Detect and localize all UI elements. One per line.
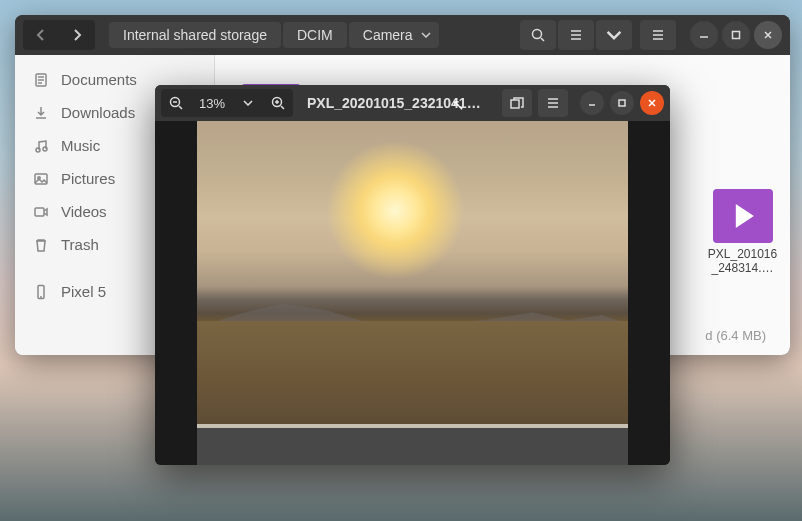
trash-icon (33, 237, 49, 253)
nav-buttons (23, 20, 95, 50)
gallery-button[interactable] (502, 89, 532, 117)
hamburger-menu-button[interactable] (640, 20, 676, 50)
file-name: PXL_201016_248314.… (705, 247, 780, 276)
pictures-icon (33, 171, 49, 187)
sidebar-item-label: Videos (61, 203, 107, 220)
close-button[interactable] (640, 91, 664, 115)
svg-point-0 (533, 30, 542, 39)
sidebar-item-label: Music (61, 137, 100, 154)
music-icon (33, 138, 49, 154)
phone-icon (33, 284, 49, 300)
chevron-down-icon (421, 32, 431, 38)
breadcrumb-segment[interactable]: Internal shared storage (109, 22, 281, 48)
sidebar-item-label: Pictures (61, 170, 115, 187)
sidebar-item-label: Trash (61, 236, 99, 253)
search-button[interactable] (520, 20, 556, 50)
svg-point-4 (43, 147, 47, 151)
video-file-icon (713, 189, 773, 243)
minimize-button[interactable] (580, 91, 604, 115)
back-button[interactable] (23, 20, 59, 50)
breadcrumb: Internal shared storage DCIM Camera (109, 22, 516, 48)
maximize-button[interactable] (610, 91, 634, 115)
image-viewer-title: PXL_20201015_23210410… (299, 95, 496, 111)
downloads-icon (33, 105, 49, 121)
file-manager-headerbar: Internal shared storage DCIM Camera (15, 15, 790, 55)
image-viewer-window: 13% PXL_20201015_23210410… (155, 85, 670, 465)
breadcrumb-segment[interactable]: DCIM (283, 22, 347, 48)
svg-rect-12 (619, 100, 625, 106)
zoom-out-button[interactable] (161, 89, 191, 117)
image-viewer-canvas[interactable] (155, 121, 670, 465)
sidebar-item-label: Pixel 5 (61, 283, 106, 300)
displayed-photo (197, 121, 628, 465)
svg-point-3 (36, 148, 40, 152)
svg-rect-7 (35, 208, 44, 216)
breadcrumb-segment-current[interactable]: Camera (349, 22, 439, 48)
file-thumbnail[interactable]: PXL_201016_248314.… (705, 189, 780, 276)
close-button[interactable] (754, 21, 782, 49)
svg-rect-5 (35, 174, 47, 184)
breadcrumb-label: Camera (363, 27, 413, 43)
zoom-in-button[interactable] (263, 89, 293, 117)
videos-icon (33, 204, 49, 220)
svg-rect-11 (511, 100, 519, 108)
documents-icon (33, 72, 49, 88)
window-controls (690, 21, 782, 49)
window-controls (580, 91, 664, 115)
minimize-button[interactable] (690, 21, 718, 49)
view-list-button[interactable] (558, 20, 594, 50)
maximize-button[interactable] (722, 21, 750, 49)
view-options-button[interactable] (596, 20, 632, 50)
zoom-dropdown-button[interactable] (233, 89, 263, 117)
photo-field (197, 321, 628, 424)
image-viewer-headerbar: 13% PXL_20201015_23210410… (155, 85, 670, 121)
photo-road (197, 424, 628, 465)
zoom-controls: 13% (161, 89, 293, 117)
zoom-level: 13% (191, 96, 233, 111)
toolbar-group (520, 20, 632, 50)
forward-button[interactable] (59, 20, 95, 50)
hamburger-menu-button[interactable] (538, 89, 568, 117)
sidebar-item-label: Downloads (61, 104, 135, 121)
svg-rect-1 (733, 32, 740, 39)
sidebar-item-label: Documents (61, 71, 137, 88)
status-bar: d (6.4 MB) (705, 328, 766, 343)
